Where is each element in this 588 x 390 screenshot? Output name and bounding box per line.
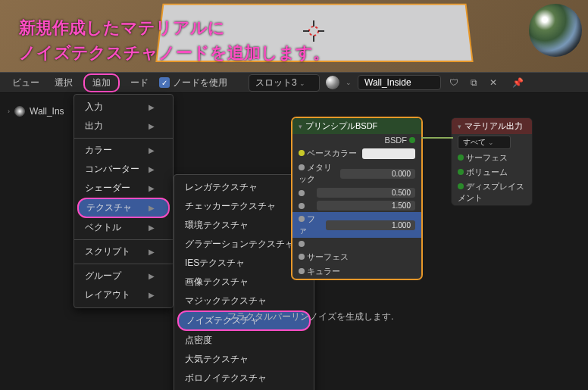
add-menu-item[interactable]: ベクトル▶ [74, 218, 173, 237]
breadcrumb: › Wall_Ins [8, 106, 64, 117]
menu-tooltip: フラクタルパーリンノイズを生成します. [227, 310, 393, 323]
chevron-right-icon: ▶ [149, 248, 155, 256]
material-name-field[interactable]: Wall_Inside [358, 75, 441, 90]
node-input-row: サーフェス [292, 250, 421, 264]
add-menu-item[interactable]: シェーダー▶ [74, 179, 173, 198]
texture-menu-item[interactable]: ボロノイテクスチャ [174, 369, 314, 388]
hdri-preview-sphere[interactable] [529, 4, 582, 57]
principled-bsdf-node[interactable]: ▾ プリンシプルBSDF BSDF ベースカラー メタリック0.000 0.50… [292, 117, 422, 279]
use-nodes-label: ノードを使用 [173, 76, 227, 89]
menu-add[interactable]: 追加 [83, 73, 120, 92]
add-menu-item[interactable]: レイアウト▶ [74, 285, 173, 304]
input-socket[interactable] [299, 150, 305, 156]
node-header[interactable]: ▾ プリンシプルBSDF [292, 118, 421, 134]
input-socket[interactable] [299, 190, 305, 196]
close-icon[interactable]: ✕ [486, 76, 500, 89]
material-output-node[interactable]: ▾ マテリアル出力 すべて ⌄ サーフェス ボリューム ディスプレイスメント [451, 117, 533, 206]
chevron-right-icon: ▶ [149, 103, 155, 111]
add-menu-item[interactable]: スクリプト▶ [74, 242, 173, 261]
add-menu-item[interactable]: グループ▶ [74, 267, 173, 285]
color-swatch[interactable] [362, 148, 415, 159]
add-menu: 入力▶出力▶カラー▶コンバーター▶シェーダー▶テクスチャ▶ベクトル▶スクリプト▶… [74, 94, 174, 308]
input-socket[interactable] [299, 268, 305, 274]
duplicate-icon[interactable]: ⧉ [467, 76, 480, 89]
menu-node[interactable]: ード [126, 75, 153, 91]
add-menu-item[interactable]: 出力▶ [74, 117, 173, 136]
input-socket[interactable] [299, 216, 305, 222]
node-output-row: BSDF [292, 134, 421, 146]
add-menu-item[interactable]: カラー▶ [74, 141, 173, 160]
input-socket[interactable] [299, 203, 305, 209]
node-input-row: キュラー [292, 264, 421, 279]
breadcrumb-item[interactable]: Wall_Ins [30, 106, 64, 117]
chevron-right-icon: ▶ [149, 272, 155, 280]
chevron-right-icon: ▶ [149, 291, 155, 299]
add-menu-item[interactable]: テクスチャ▶ [77, 198, 170, 218]
menu-view[interactable]: ビュー [8, 75, 44, 91]
node-input-row: メタリック0.000 [292, 161, 421, 186]
world-icon [14, 106, 25, 117]
chevron-down-icon: ▾ [299, 123, 302, 130]
chevron-right-icon: ▶ [149, 122, 155, 130]
value-slider[interactable]: 1.000 [326, 220, 415, 230]
node-input-row: ディスプレイスメント [452, 179, 532, 205]
input-socket[interactable] [458, 183, 464, 189]
node-input-row: サーフェス [452, 151, 532, 165]
texture-menu-item[interactable]: 点密度 [174, 331, 314, 350]
output-socket[interactable] [409, 137, 415, 143]
check-icon: ✓ [159, 77, 170, 88]
use-nodes-checkbox[interactable]: ✓ ノードを使用 [159, 76, 227, 89]
add-menu-item[interactable]: コンバーター▶ [74, 160, 173, 179]
value-slider[interactable]: 0.000 [340, 169, 415, 179]
slot-selector[interactable]: スロット3 ⌄ [249, 74, 320, 92]
value-slider[interactable]: 0.500 [317, 188, 415, 198]
node-input-row: 1.500 [292, 199, 421, 212]
target-select[interactable]: すべて ⌄ [458, 136, 511, 149]
material-sphere-icon[interactable] [326, 76, 339, 89]
chevron-down-icon: ▾ [458, 123, 461, 130]
input-socket[interactable] [299, 164, 305, 170]
chevron-right-icon: ▶ [149, 204, 155, 212]
node-input-row: ファ1.000 [292, 212, 421, 238]
chevron-right-icon: ▶ [149, 184, 155, 192]
node-input-row: ボリューム [452, 165, 532, 179]
chevron-right-icon: ▶ [149, 146, 155, 154]
node-header[interactable]: ▾ マテリアル出力 [452, 118, 532, 134]
chevron-right-icon[interactable]: › [8, 108, 10, 115]
node-connection [421, 135, 453, 141]
chevron-right-icon: ▶ [149, 165, 155, 173]
node-input-row: 0.500 [292, 186, 421, 199]
add-menu-item[interactable]: 入力▶ [74, 98, 173, 117]
chevron-down-icon: ⌄ [299, 80, 305, 87]
node-input-row [292, 238, 421, 250]
texture-menu-item[interactable]: 大気テクスチャ [174, 350, 314, 369]
annotation-line2: ノイズテクスチャノードを追加します。 [19, 40, 330, 65]
annotation-line1: 新規作成したマテリアルに [19, 15, 330, 40]
value-slider[interactable]: 1.500 [317, 201, 415, 211]
node-target-row: すべて ⌄ [452, 134, 532, 151]
chevron-down-icon[interactable]: ⌄ [346, 79, 352, 86]
menu-select[interactable]: 選択 [50, 75, 77, 91]
tutorial-annotation: 新規作成したマテリアルに ノイズテクスチャノードを追加します。 [19, 15, 330, 65]
node-input-row: ベースカラー [292, 146, 421, 161]
input-socket[interactable] [458, 169, 464, 175]
input-socket[interactable] [458, 154, 464, 161]
shield-icon[interactable]: 🛡 [447, 76, 461, 89]
input-socket[interactable] [299, 254, 305, 260]
input-socket[interactable] [299, 241, 305, 247]
node-editor-toolbar: ビュー 選択 追加 ード ✓ ノードを使用 スロット3 ⌄ ⌄ Wall_Ins… [0, 72, 588, 93]
pin-icon[interactable]: 📌 [511, 76, 524, 89]
texture-menu-item[interactable]: マジックテクスチャ [174, 292, 314, 310]
chevron-right-icon: ▶ [149, 223, 155, 232]
